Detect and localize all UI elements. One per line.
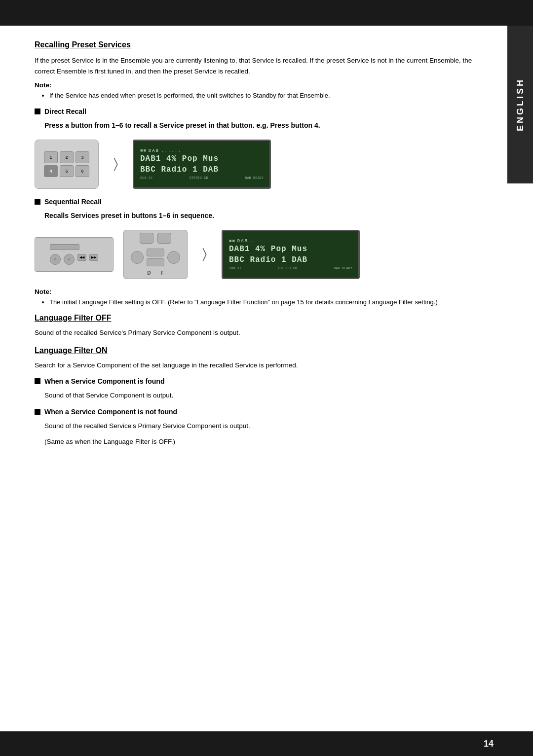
direct-recall-label: Direct Recall <box>44 108 86 115</box>
display-bottom-left-direct: SUN 17 <box>140 176 152 180</box>
sequential-recall-label: Sequential Recall <box>44 198 102 206</box>
flat-device-image: ○ ○ ◀◀ ▶▶ <box>35 237 114 272</box>
direct-recall-bullet: Press a button from 1–6 to recall a Serv… <box>44 120 473 131</box>
display-line1-direct: DAB1 4% Pop Mus <box>140 154 264 163</box>
display-bottom-mid-seq: STEREO CD <box>278 266 297 270</box>
f-label: F <box>161 270 164 276</box>
when-not-found-heading: When a Service Component is not found <box>35 408 473 416</box>
main-content: Recalling Preset Services If the preset … <box>0 26 507 471</box>
sequential-recall-display: ■■ DAB ...... DAB1 4% Pop Mus BBC Radio … <box>222 230 360 279</box>
flat-device-inner: ○ ○ ◀◀ ▶▶ <box>50 244 98 265</box>
keypad-btn-1: 1 <box>44 151 58 163</box>
black-square-not-found <box>35 409 40 415</box>
d-label: D <box>147 270 151 276</box>
black-square-icon <box>35 108 40 114</box>
nav-btn-prev: ◀◀ <box>77 254 86 261</box>
sequential-recall-bullet: Recalls Services preset in buttons 1–6 i… <box>44 211 473 221</box>
display-dab-label-1: ■■ DAB ...... <box>140 148 264 153</box>
when-found-heading: When a Service Component is found <box>35 377 473 385</box>
note2-item: The initial Language Filter setting is O… <box>49 297 473 307</box>
circular-device-image: D F <box>123 230 188 279</box>
display-bottom-left-seq: SUN 17 <box>229 266 241 270</box>
flat-btn-circle2: ○ <box>64 254 75 265</box>
display-line2-direct: BBC Radio 1 DAB <box>140 165 264 174</box>
display-bottom-mid-direct: STEREO CD <box>190 176 208 180</box>
arrow-icon-seq: 〉 <box>202 246 207 262</box>
display-bottom-bar-direct: SUN 17 STEREO CD DAB READY <box>140 176 264 180</box>
circ-mid-row <box>131 249 180 266</box>
display-bottom-bar-seq: SUN 17 STEREO CD DAB READY <box>229 266 352 270</box>
page-number: 14 <box>484 739 494 749</box>
direct-recall-heading: Direct Recall <box>35 108 473 115</box>
display-dab-label-2: ■■ DAB ...... <box>229 239 352 244</box>
page-number-bar: 14 <box>0 731 533 756</box>
circ-top-row <box>140 233 171 244</box>
circ-btn-esc <box>147 258 164 266</box>
direct-recall-image-row: 1 2 3 4 5 6 〉 ■■ DAB ...... DAB1 4% Pop … <box>35 140 473 189</box>
note2-list: The initial Language Filter setting is O… <box>35 297 473 307</box>
flat-btn-row: ○ ○ ◀◀ ▶▶ <box>50 254 98 265</box>
language-filter-on-text: Search for a Service Component of the se… <box>35 360 473 371</box>
circ-btn-band <box>147 249 164 256</box>
note2-label: Note: <box>35 288 473 295</box>
circ-mid-col <box>147 249 164 266</box>
display-bottom-right-seq: DAB READY <box>334 266 352 270</box>
flat-bar <box>50 244 79 250</box>
circ-btn-1 <box>131 251 144 264</box>
circ-bottom-row: D F <box>147 270 163 276</box>
language-filter-off-text: Sound of the recalled Service's Primary … <box>35 327 473 338</box>
black-square-found <box>35 378 40 384</box>
page-container: ENGLISH Recalling Preset Services If the… <box>0 0 533 756</box>
when-found-text: Sound of that Service Component is outpu… <box>44 390 473 401</box>
side-tab-label: ENGLISH <box>515 78 526 131</box>
side-tab-english: ENGLISH <box>507 26 533 183</box>
keypad-grid: 1 2 3 4 5 6 <box>44 151 89 177</box>
section-title-recalling: Recalling Preset Services <box>35 40 473 49</box>
flat-btn-circle1: ○ <box>50 254 61 265</box>
display-line1-seq: DAB1 4% Pop Mus <box>229 245 352 253</box>
keypad-btn-2: 2 <box>60 151 74 163</box>
when-not-found-label: When a Service Component is not found <box>44 408 177 416</box>
keypad-btn-4: 4 <box>44 165 58 177</box>
black-square-icon-seq <box>35 199 40 205</box>
keypad-btn-6: 6 <box>76 165 89 177</box>
language-filter-off-heading: Language Filter OFF <box>35 314 473 323</box>
circ-btn-2 <box>167 251 180 264</box>
when-not-found-text1: Sound of the recalled Service's Primary … <box>44 421 473 432</box>
display-bottom-right-direct: DAB READY <box>245 176 264 180</box>
language-filter-on-heading: Language Filter ON <box>35 346 473 355</box>
display-line2-seq: BBC Radio 1 DAB <box>229 255 352 264</box>
nav-btn-next: ▶▶ <box>89 254 98 261</box>
intro-paragraph: If the preset Service is in the Ensemble… <box>35 55 473 76</box>
top-bar <box>0 0 533 26</box>
sequential-recall-heading: Sequential Recall <box>35 198 473 206</box>
note1-label: Note: <box>35 81 473 89</box>
keypad-btn-5: 5 <box>60 165 74 177</box>
circ-btn-ptt <box>140 233 153 244</box>
keypad-device-image: 1 2 3 4 5 6 <box>35 140 99 189</box>
direct-recall-display: ■■ DAB ...... DAB1 4% Pop Mus BBC Radio … <box>133 140 271 189</box>
arrow-icon: 〉 <box>114 156 118 172</box>
when-found-label: When a Service Component is found <box>44 377 164 385</box>
sequential-recall-image-row: ○ ○ ◀◀ ▶▶ <box>35 230 473 279</box>
keypad-btn-3: 3 <box>76 151 89 163</box>
circ-btn-dsp <box>157 233 171 244</box>
note1-item: If the Service has ended when preset is … <box>49 91 473 101</box>
when-not-found-text2: (Same as when the Language Filter is OFF… <box>44 436 473 447</box>
note1-list: If the Service has ended when preset is … <box>35 91 473 101</box>
